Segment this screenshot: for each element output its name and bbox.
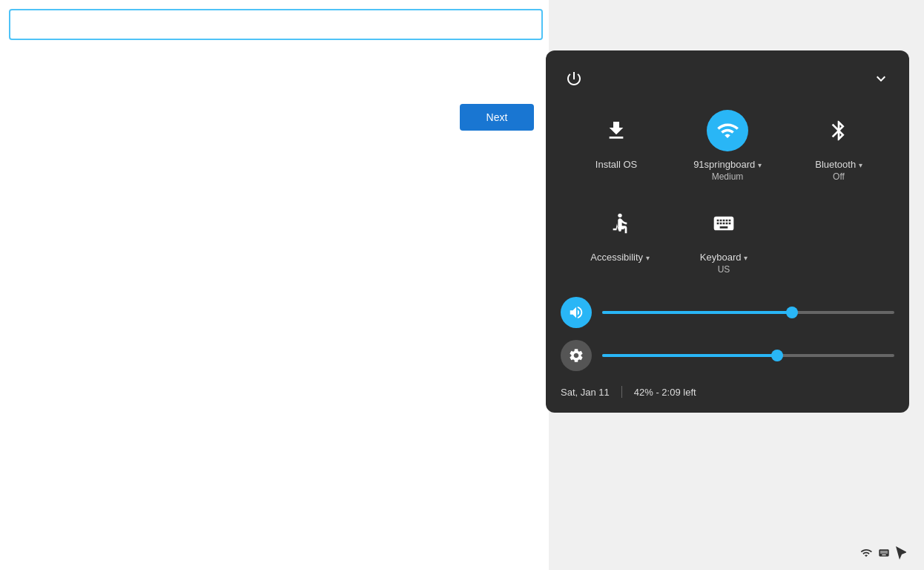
- quick-settings-row-2: Accessibility ▾ Keyboard ▾ US: [561, 203, 894, 275]
- bluetooth-button[interactable]: Bluetooth ▾ Off: [802, 110, 876, 182]
- top-input[interactable]: [9, 9, 543, 40]
- panel-header: [561, 65, 894, 92]
- system-panel: Install OS 91springboard ▾ Medium Bluet: [546, 50, 909, 413]
- wifi-label: 91springboard ▾: [693, 159, 762, 170]
- volume-button[interactable]: [561, 297, 592, 328]
- system-tray: [860, 546, 906, 560]
- sliders-area: [561, 297, 894, 371]
- accessibility-icon-circle: [599, 203, 641, 244]
- brightness-track[interactable]: [602, 354, 894, 357]
- svg-point-0: [618, 214, 621, 217]
- keyboard-button[interactable]: Keyboard ▾ US: [687, 203, 761, 275]
- brightness-fill: [602, 354, 777, 357]
- volume-thumb[interactable]: [786, 307, 798, 318]
- volume-fill: [602, 311, 792, 314]
- keyboard-icon-circle: [703, 203, 745, 244]
- keyboard-sublabel: US: [718, 264, 730, 275]
- install-os-icon-circle: [595, 110, 637, 151]
- panel-footer: Sat, Jan 11 42% - 2:09 left: [561, 386, 894, 398]
- cursor-tray-icon: [896, 546, 906, 560]
- collapse-button[interactable]: [868, 65, 894, 92]
- brightness-button[interactable]: [561, 340, 592, 371]
- quick-settings-row-1: Install OS 91springboard ▾ Medium Bluet: [561, 110, 894, 182]
- power-button[interactable]: [561, 65, 587, 92]
- install-os-label: Install OS: [595, 159, 637, 170]
- bluetooth-label: Bluetooth ▾: [815, 159, 862, 170]
- accessibility-label: Accessibility ▾: [590, 252, 649, 263]
- brightness-slider-row: [561, 340, 894, 371]
- brightness-thumb[interactable]: [771, 350, 783, 361]
- next-button[interactable]: Next: [460, 104, 534, 131]
- install-os-button[interactable]: Install OS: [579, 110, 653, 182]
- keyboard-label: Keyboard ▾: [700, 252, 748, 263]
- keyboard-tray-icon[interactable]: [878, 547, 890, 559]
- volume-slider-row: [561, 297, 894, 328]
- background-area: [0, 0, 549, 570]
- footer-divider: [621, 386, 622, 398]
- accessibility-button[interactable]: Accessibility ▾: [583, 203, 657, 275]
- bluetooth-sublabel: Off: [833, 171, 845, 182]
- footer-date: Sat, Jan 11: [561, 387, 610, 398]
- wifi-sublabel: Medium: [712, 171, 744, 182]
- wifi-icon-circle: [707, 110, 748, 151]
- footer-battery: 42% - 2:09 left: [634, 387, 696, 398]
- wifi-tray-icon[interactable]: [860, 547, 872, 559]
- wifi-button[interactable]: 91springboard ▾ Medium: [690, 110, 765, 182]
- volume-track[interactable]: [602, 311, 894, 314]
- bluetooth-icon-circle: [818, 110, 859, 151]
